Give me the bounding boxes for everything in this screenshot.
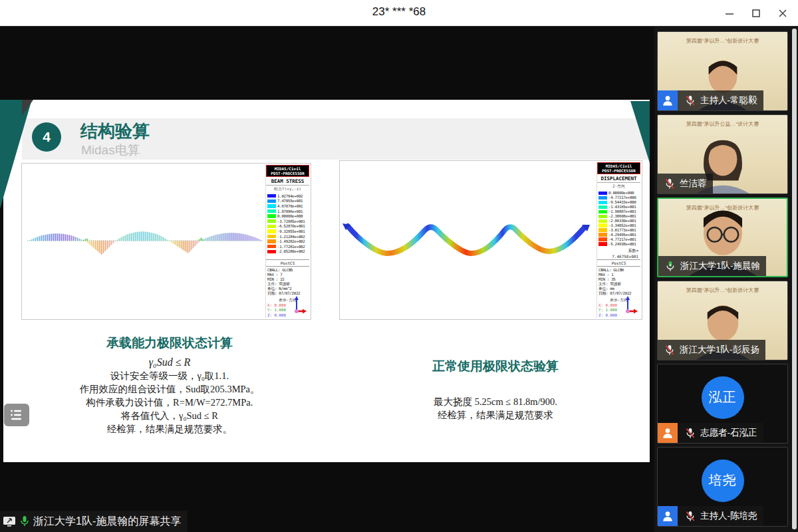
participants-sidebar: 第四届“茅以升…”创新设计大赛 主持人-常聪毅 第四届“茅以升公益…”设计大赛	[654, 27, 798, 532]
microphone-muted-icon	[684, 426, 697, 440]
window-controls	[724, 0, 789, 27]
screen-share-area: 4 结构验算 Midas电算	[0, 27, 654, 532]
legend-color-swatch	[267, 204, 276, 207]
legend-color-swatch	[598, 242, 607, 245]
participant-name: 浙江大学1队-彭辰扬	[680, 344, 759, 356]
meeting-window-body: 4 结构验算 Midas电算	[0, 27, 798, 532]
legend-row: -1.43165e+001	[597, 205, 640, 209]
participant-name: 竺洁蓉	[680, 178, 707, 190]
presentation-slide: 4 结构验算 Midas电算	[3, 100, 650, 462]
legend-color-swatch	[598, 210, 607, 213]
legend-color-swatch	[598, 196, 607, 200]
participant-name: 浙江大学1队-施晨翰	[680, 260, 760, 272]
window-title: 23* *** *68	[0, 5, 798, 19]
participant-label: 志愿者-石泓正	[658, 423, 763, 443]
legend-color-swatch	[598, 233, 607, 236]
legend-color-swatch	[598, 201, 607, 204]
video-background-banner-text: 第四届“茅以升公益…”设计大赛	[658, 121, 787, 128]
displacement-chart: MIDAS/CivilPOST-PROCESSOR DISPLACEMENT Z…	[339, 160, 642, 320]
legend-row: -2.38608e+001	[597, 214, 640, 219]
legend-load-case: 组合7(+y,-z)	[266, 186, 309, 194]
participant-name: 志愿者-石泓正	[700, 427, 757, 439]
legend-color-swatch	[267, 245, 276, 248]
participant-tile[interactable]: 第四届“茅以升…”创新设计大赛 浙江大学1队-彭辰扬	[657, 281, 788, 360]
legend-color-swatch	[598, 228, 607, 231]
legend-row: -1.77281e+002	[266, 244, 309, 249]
legend-row: -4.77217e+000	[597, 196, 640, 200]
legend-row: -3.72885e+001	[266, 219, 309, 224]
participant-tile-active-speaker[interactable]: 第四届“茅以升…”创新设计大赛 浙江大学1队-施晨翰	[657, 198, 788, 277]
participant-tile[interactable]: 泓正 志愿者-石泓正	[657, 364, 788, 444]
maximize-button[interactable]	[750, 7, 762, 19]
legend-row: 7.47055e+001	[266, 199, 309, 204]
slide-subtitle: Midas电算	[81, 142, 140, 159]
volunteer-badge-icon	[658, 423, 678, 443]
participant-label: 主持人-陈培尧	[658, 506, 763, 526]
axis-triad-icon	[291, 295, 307, 315]
legend-direction: Z-方向	[597, 183, 640, 191]
legend-row: -6.52870e+001	[266, 224, 309, 229]
block-title: 承载能力极限状态计算	[40, 334, 299, 352]
legend-color-swatch	[598, 219, 607, 223]
close-button[interactable]	[777, 7, 789, 19]
minimize-button[interactable]	[724, 7, 735, 19]
microphone-muted-icon	[684, 94, 697, 107]
legend-row: -1.21284e+002	[266, 234, 309, 239]
legend-color-swatch	[267, 200, 276, 203]
ultimate-limit-state-block: 承载能力极限状态计算 γ₀Sud ≤ R 设计安全等级一级，γ₀取1.1. 作用…	[40, 334, 299, 436]
participant-name: 主持人-常聪毅	[700, 94, 757, 106]
midas-app-header: MIDAS/CivilPOST-PROCESSOR	[597, 162, 640, 174]
participant-tile[interactable]: 第四届“茅以升公益…”设计大赛 竺洁蓉	[657, 114, 788, 194]
legend-color-swatch	[598, 237, 607, 241]
legend-result-type: BEAM STRESS	[266, 177, 309, 186]
participant-label: 浙江大学1队-彭辰扬	[658, 340, 765, 360]
legend-row: 0.00000e+000	[597, 191, 640, 196]
legend-color-swatch	[267, 235, 276, 238]
block-title: 正常使用极限状态验算	[362, 358, 628, 375]
microphone-active-icon	[664, 259, 677, 273]
participant-label: 主持人-常聪毅	[658, 90, 763, 110]
section-number-badge: 4	[32, 122, 61, 152]
beam-stress-diagram	[22, 164, 265, 319]
formula-line: γ₀Sud ≤ R	[40, 356, 299, 369]
window-titlebar: 23* *** *68	[0, 0, 798, 27]
participants-scrollbar[interactable]	[792, 29, 797, 529]
legend-postcs: PostCS	[597, 259, 640, 267]
legend-row: 1.87086e+001	[266, 209, 309, 214]
legend-row: 0.00000e+000	[266, 213, 309, 219]
axis-triad-icon	[622, 295, 638, 315]
microphone-active-icon	[19, 515, 30, 527]
avatar: 泓正	[702, 376, 744, 419]
serviceability-limit-state-block: 正常使用极限状态验算 最大挠度 5.25cm ≤ 81.8m/900. 经检算，…	[362, 358, 628, 422]
legend-row: -1.49282e+002	[266, 239, 309, 244]
avatar: 培尧	[702, 460, 744, 502]
participant-tile[interactable]: 培尧 主持人-陈培尧	[657, 447, 788, 527]
legend-color-swatch	[267, 194, 276, 198]
legend-footer: CBALL: GLCB5MAX : 7 MIN : 22文件: 双波桥 单位: …	[266, 267, 309, 296]
microphone-muted-icon	[684, 509, 697, 523]
midas-legend-beam-stress: MIDAS/CivilPOST-PROCESSOR BEAM STRESS 组合…	[265, 165, 309, 318]
legend-result-type: DISPLACEMENT	[597, 174, 640, 183]
displacement-diagram	[340, 161, 597, 319]
screen-share-status-text: 浙江大学1队-施晨翰的屏幕共享	[33, 515, 181, 529]
legend-row: -3.81773e+001	[597, 228, 640, 233]
legend-color-swatch	[598, 205, 607, 209]
legend-color-swatch	[267, 239, 276, 243]
legend-row: -3.34052e+001	[597, 223, 640, 228]
legend-row: -4.29495e+001	[597, 233, 640, 237]
midas-legend-displacement: MIDAS/CivilPOST-PROCESSOR DISPLACEMENT Z…	[597, 162, 640, 318]
slide-list-toggle-button[interactable]	[4, 404, 29, 426]
midas-app-header: MIDAS/CivilPOST-PROCESSOR	[266, 165, 309, 177]
participant-label: 浙江大学1队-施晨翰	[658, 256, 766, 276]
legend-color-swatch	[267, 250, 276, 253]
legend-row: -1.90887e+001	[597, 209, 640, 214]
legend-color-swatch	[598, 223, 607, 227]
beam-stress-chart: MIDAS/CivilPOST-PROCESSOR BEAM STRESS 组合…	[21, 163, 311, 320]
legend-scale-factor: 系数=7.4675E+001	[597, 246, 640, 259]
legend-row: -4.77217e+001	[597, 237, 640, 242]
slide-title: 结构验算	[80, 120, 150, 143]
screen-share-icon	[3, 515, 16, 527]
legend-color-swatch	[267, 229, 276, 233]
legend-row: -5.24938e+001	[597, 241, 640, 246]
participant-tile[interactable]: 第四届“茅以升…”创新设计大赛 主持人-常聪毅	[657, 31, 788, 111]
